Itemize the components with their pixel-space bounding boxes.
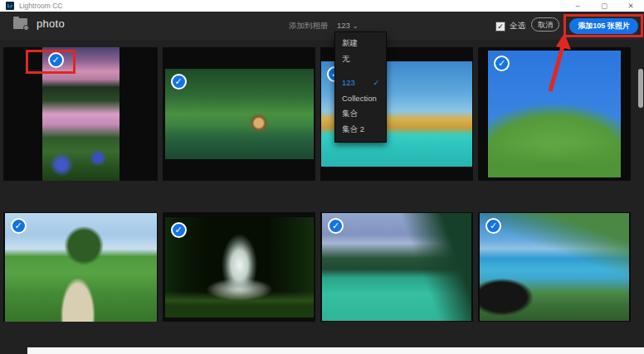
dropdown-item-label: 集合 [342,109,358,119]
dropdown-item-label: 无 [342,54,350,65]
dropdown-item-123[interactable]: 123 ✓ [335,75,386,90]
dropdown-item-jihe-2[interactable]: 集合 2 [335,122,386,138]
close-icon[interactable]: ✕ [617,0,644,12]
album-icon [13,18,27,29]
dropdown-item-jihe[interactable]: 集合 [335,106,386,122]
album-selector-dropdown[interactable]: 123⌄ [337,21,359,30]
grid-cell: ✓ [478,47,631,181]
minimize-icon[interactable]: – [564,0,591,12]
window-controls: – ▢ ✕ [564,0,644,12]
add-photos-button[interactable]: 添加105 张照片 [569,18,638,34]
photo-thumbnail-lone-tree[interactable]: ✓ [5,213,157,322]
grid-cell: ✓ [478,212,631,322]
select-all-label: 全选 [510,21,525,32]
vertical-scrollbar-thumb[interactable] [638,69,643,108]
header-bar: photo 添加到相册 123⌄ ✓ 全选 取消 添加105 张照片 [0,12,644,40]
album-selector-value: 123 [337,21,350,30]
selection-checkmark-icon[interactable]: ✓ [48,52,64,68]
add-to-album-label: 添加到相册 [289,21,329,32]
dropdown-item-collection[interactable]: Collection [335,90,386,106]
grid-cell: ✓ [163,212,315,322]
photo-thumbnail-coastal-cliff[interactable]: ✓ [480,213,629,321]
chevron-down-icon: ⌄ [353,22,359,30]
dropdown-item-label: 集合 2 [342,124,364,135]
lightroom-window: Lr Lightroom CC – ▢ ✕ photo 添加到相册 123⌄ ✓… [0,0,644,354]
selection-checkmark-icon[interactable]: ✓ [11,218,27,234]
select-all-checkbox[interactable]: ✓ 全选 [495,21,525,32]
selection-checkmark-icon[interactable]: ✓ [328,218,344,234]
grid-cell: ✓ [3,212,158,322]
check-icon: ✓ [373,79,379,87]
titlebar: Lr Lightroom CC – ▢ ✕ [0,0,644,12]
selection-checkmark-icon[interactable]: ✓ [171,222,187,238]
dropdown-item-label: Collection [342,94,377,103]
photo-thumbnail-forest-cottage[interactable]: ✓ [165,69,314,159]
photo-thumbnail-sunset-stream[interactable]: ✓ [42,47,120,181]
photo-thumbnail-tree-sky[interactable]: ✓ [488,51,621,177]
selection-checkmark-icon[interactable]: ✓ [494,56,510,71]
dropdown-item-label: 123 [342,78,355,87]
lightroom-logo-icon: Lr [6,2,14,10]
grid-cell: ✓ [3,47,158,181]
app-title: Lightroom CC [19,2,62,10]
dropdown-item-new[interactable]: 新建 [335,36,386,51]
cancel-button[interactable]: 取消 [531,17,559,32]
selection-checkmark-icon[interactable]: ✓ [171,74,187,90]
selection-checkmark-icon[interactable]: ✓ [485,218,501,234]
photo-grid: ✓ ✓ ✓ ✓ ✓ ✓ [0,40,644,354]
bottom-strip [27,347,644,354]
album-dropdown-menu: 新建 无 123 ✓ Collection 集合 集合 2 [334,32,387,143]
checkbox-check-icon: ✓ [495,22,505,32]
dropdown-item-label: 新建 [342,38,358,49]
photo-thumbnail-mountain-lake[interactable]: ✓ [322,213,471,321]
grid-cell: ✓ [163,47,315,181]
photo-thumbnail-fountain[interactable]: ✓ [165,217,314,318]
grid-cell: ✓ [320,212,473,322]
library-name: photo [37,17,65,30]
dropdown-item-none[interactable]: 无 [335,51,386,67]
maximize-icon[interactable]: ▢ [591,0,617,12]
